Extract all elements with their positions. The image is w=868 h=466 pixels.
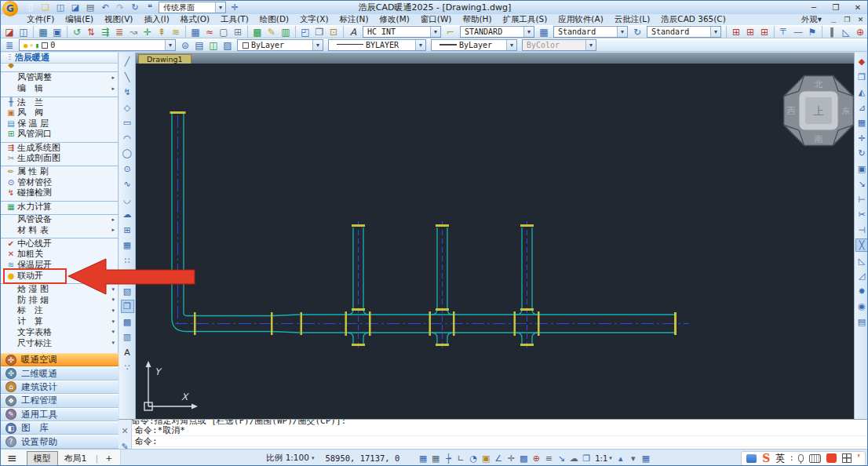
draw-tool-icon[interactable]: ∷ <box>121 254 134 268</box>
toolbar-icon[interactable]: 〒 <box>774 26 791 38</box>
menu-item[interactable]: 修改(M) <box>374 14 415 25</box>
sidebar-item[interactable]: ✕ 加粗关 <box>1 249 119 260</box>
modify-tool-icon[interactable]: ▣ <box>855 162 868 176</box>
ime-punctuation-icon[interactable]: ∶ <box>790 453 793 464</box>
modify-tool-icon[interactable]: ◺ <box>855 254 868 268</box>
status-toggle-icon[interactable]: ∟ <box>454 452 467 464</box>
ime-toolbox-icon[interactable] <box>842 453 852 463</box>
menu-item[interactable]: 应用软件(A) <box>553 14 608 25</box>
toolbar-icon[interactable]: ≣ <box>112 26 126 38</box>
toolbar-icon[interactable]: ▦ <box>33 26 50 38</box>
microphone-icon[interactable] <box>798 454 804 462</box>
toolbar-icon[interactable]: ▢ <box>217 26 231 38</box>
toolbar-icon[interactable]: ↺ <box>67 26 84 38</box>
toolbar-icon[interactable]: — <box>791 26 805 38</box>
sidebar-item[interactable]: ⇶ 生成系统图 <box>1 142 119 153</box>
toolbar-icon[interactable]: ❐ <box>312 26 326 38</box>
sidebar-item[interactable]: 文字表格 ▾ <box>1 327 119 338</box>
toolbar-icon[interactable]: ≋ <box>169 26 183 38</box>
table-style-icon[interactable]: ▦ <box>537 26 551 38</box>
update-style-icon[interactable]: ↻ <box>630 26 644 38</box>
menu-item[interactable]: 格式(O) <box>175 14 215 25</box>
app-tray-icon[interactable] <box>746 454 757 463</box>
modify-tool-icon[interactable]: ⊣ <box>855 224 868 237</box>
sidebar-item[interactable]: ≋ 保温层开 <box>1 260 119 271</box>
text-style-select[interactable]: HC_INT <box>363 26 441 38</box>
status-toggle-icon[interactable]: ∠ <box>492 452 505 464</box>
toolbar-icon[interactable]: ◰ <box>295 26 312 38</box>
sidebar-item[interactable]: 计 算 ▾ <box>1 316 119 327</box>
modify-tool-icon[interactable]: ↘ <box>855 177 868 191</box>
menu-icon[interactable]: ≡ <box>7 451 17 465</box>
qat-icon[interactable]: ↻ <box>129 2 141 13</box>
drawing-tab[interactable]: Drawing1 <box>138 54 191 64</box>
menu-item[interactable]: 浩辰CAD 365(C) <box>655 14 731 25</box>
status-toggle-icon[interactable]: ▦ <box>429 452 442 464</box>
minimize-button[interactable]: ─ <box>803 2 825 14</box>
qat-icon[interactable]: ↶ <box>99 2 111 13</box>
table-style-select[interactable]: Standard <box>553 26 628 38</box>
draw-tool-icon[interactable]: ◯ <box>121 147 134 160</box>
modify-tool-icon[interactable]: ◉ <box>855 300 868 313</box>
module-nav-item[interactable]: ◧ 图 库 <box>1 421 119 435</box>
draw-tool-icon[interactable]: ▧ <box>121 285 134 298</box>
layer-tool-icon[interactable]: ◫ <box>206 39 221 51</box>
sidebar-item[interactable]: ⊞ 风管洞口 <box>1 129 119 140</box>
draw-tool-icon[interactable]: ∿ <box>121 177 134 191</box>
status-toggle-icon[interactable]: ▾ <box>627 452 640 464</box>
toolbar-icon[interactable]: A <box>343 26 360 38</box>
ime-skin-icon[interactable] <box>826 453 837 463</box>
status-toggle-icon[interactable]: ┾ <box>442 452 454 464</box>
draw-tool-icon[interactable]: ◇ <box>121 101 134 115</box>
toolbar-icon[interactable]: ▣ <box>50 26 64 38</box>
model-tab[interactable]: 模型 <box>27 451 58 466</box>
sidebar-item[interactable]: 防 排 烟 ▾ <box>1 294 119 305</box>
menu-item[interactable]: 窗口(W) <box>415 14 458 25</box>
mleader-style-select[interactable]: Standard <box>647 26 721 38</box>
toolbar-icon[interactable]: ▩ <box>247 26 264 38</box>
modify-tool-icon[interactable]: ◭ <box>855 86 868 99</box>
modify-tool-icon[interactable]: ✛ <box>855 132 868 145</box>
menu-item[interactable]: 插入(I) <box>138 14 174 25</box>
layers-icon[interactable]: ≣ <box>2 39 16 51</box>
pipe-tool-icon[interactable]: ⌐ <box>443 26 458 38</box>
toolbar-icon[interactable]: ⚑ <box>805 26 819 38</box>
toolbar-icon[interactable]: ✛ <box>140 26 155 38</box>
toolbar-icon[interactable]: ↝ <box>126 26 140 38</box>
command-input-line[interactable]: 命令: <box>132 436 868 447</box>
status-toggle-icon[interactable]: ⊕ <box>530 452 542 464</box>
sidebar-item[interactable]: ▤ 保 温 层 <box>1 118 119 129</box>
layer-tool-icon[interactable]: ▨ <box>221 39 235 51</box>
menu-item[interactable]: 视图(V) <box>99 14 138 25</box>
sidebar-item[interactable]: 尺寸标注 ▾ <box>1 337 119 348</box>
status-toggle-icon[interactable]: ✛ <box>505 452 517 464</box>
menu-item[interactable]: 编辑(E) <box>60 14 99 25</box>
appearance-menu[interactable]: 外观▾ <box>796 14 827 25</box>
new-layout-button[interactable]: ＋ <box>104 451 114 465</box>
module-nav-item[interactable]: ✣ 暖通空调 <box>1 353 119 366</box>
annotation-scale-control[interactable]: 1:1 <box>595 454 612 463</box>
modify-tool-icon[interactable]: ◆ <box>855 55 868 68</box>
menu-item[interactable]: 工具(T) <box>215 14 254 25</box>
modify-tool-icon[interactable]: ▤ <box>855 315 868 329</box>
restore-button[interactable]: ❐ <box>825 2 847 14</box>
toolbar-icon[interactable]: ⊞ <box>757 26 771 38</box>
sidebar-item[interactable]: ✂ 生成剖面图 <box>1 153 119 164</box>
toolbar-icon[interactable]: ≈ <box>202 26 217 38</box>
scale-control[interactable]: 比例 1:100 <box>266 453 314 464</box>
menu-item[interactable]: 云批注(L) <box>609 14 656 25</box>
draw-tool-icon[interactable]: ∵ <box>121 361 134 374</box>
menu-item[interactable]: 绘图(D) <box>254 14 294 25</box>
sidebar-item[interactable]: ✏ 属 性 刷 <box>1 166 119 177</box>
draw-tool-icon[interactable]: ◡ <box>121 193 134 206</box>
modify-tool-icon[interactable]: ▦ <box>855 116 868 129</box>
doc-close-button[interactable]: ✕ <box>854 15 867 24</box>
lineweight-select[interactable]: ByLayer <box>431 39 517 51</box>
qat-icon[interactable]: ◫ <box>54 2 67 13</box>
draw-tool-icon[interactable]: ╱ <box>121 55 134 68</box>
dim-style-select[interactable]: STANDARD <box>460 26 534 38</box>
module-nav-item[interactable]: ❖ 工程管理 <box>1 394 119 407</box>
toolbar-icon[interactable]: ⊕ <box>853 26 867 38</box>
draw-tool-icon[interactable]: A <box>121 346 134 359</box>
qat-icon[interactable]: ↷ <box>114 2 126 13</box>
